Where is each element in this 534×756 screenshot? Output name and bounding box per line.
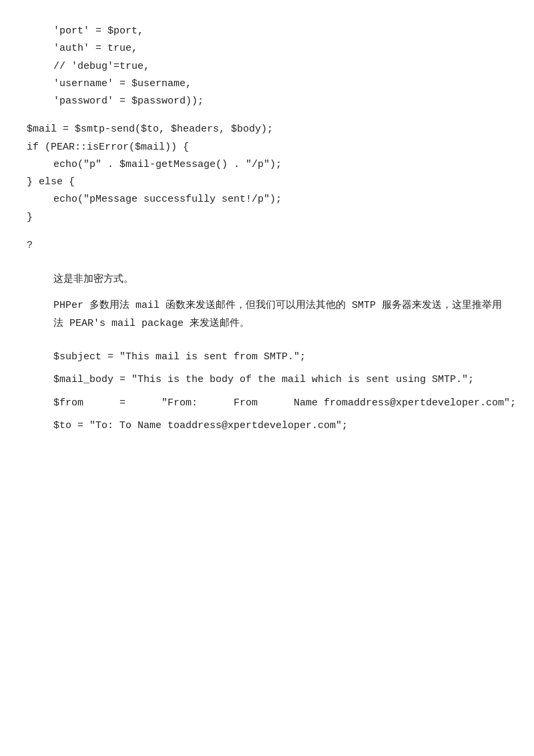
code-block-bottom: $subject = "This mail is sent from SMTP.… xyxy=(27,349,507,435)
code-line-11: } xyxy=(27,209,507,226)
code-line-b1: $subject = "This mail is sent from SMTP.… xyxy=(53,349,507,366)
code-line-2: 'auth' = true, xyxy=(27,40,507,57)
code-line-9: } else { xyxy=(27,174,507,191)
code-line-1: 'port' = $port, xyxy=(27,23,507,40)
code-line-8: echo("p" . $mail-getMessage() . "/p"); xyxy=(27,156,507,174)
code-line-b4: $to = "To: To Name toaddress@xpertdevelo… xyxy=(53,417,507,435)
code-line-4: 'username' = $username, xyxy=(27,75,507,93)
main-content: 'port' = $port, 'auth' = true, // 'debug… xyxy=(27,23,507,435)
code-line-b3: $from = "From: From Name fromaddress@xpe… xyxy=(53,395,507,412)
code-line-7: if (PEAR::isError($mail)) { xyxy=(27,139,507,156)
prose-section-2: PHPer 多数用法 mail 函数来发送邮件，但我们可以用法其他的 SMTP … xyxy=(27,297,507,333)
prose-text-1: 这是非加密方式。 xyxy=(27,270,507,289)
code-line-10: echo("pMessage successfully sent!/p"); xyxy=(27,191,507,208)
code-block-question: ? xyxy=(27,237,507,254)
prose-text-2: PHPer 多数用法 mail 函数来发送邮件，但我们可以用法其他的 SMTP … xyxy=(27,297,507,333)
prose-section-1: 这是非加密方式。 xyxy=(27,270,507,289)
code-line-b2: $mail_body = "This is the body of the ma… xyxy=(53,371,507,389)
code-block-top: 'port' = $port, 'auth' = true, // 'debug… xyxy=(27,23,507,110)
code-line-12: ? xyxy=(27,237,507,254)
code-line-6: $mail = $smtp-send($to, $headers, $body)… xyxy=(27,121,507,138)
code-line-3: // 'debug'=true, xyxy=(27,58,507,75)
code-line-5: 'password' = $password)); xyxy=(27,93,507,110)
code-block-mid: $mail = $smtp-send($to, $headers, $body)… xyxy=(27,121,507,226)
